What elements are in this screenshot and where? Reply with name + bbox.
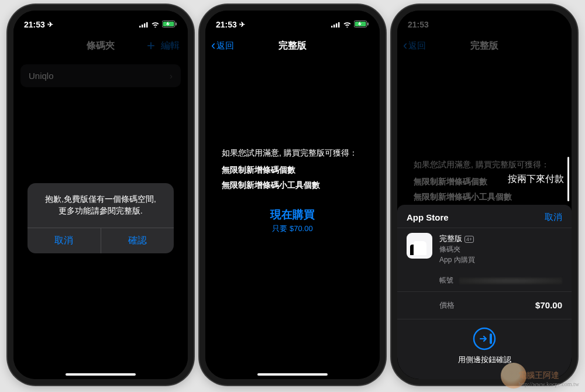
alert-ok-button[interactable]: 確認 xyxy=(101,228,174,253)
add-button[interactable]: + xyxy=(147,39,155,53)
nav-title: 條碼夾 xyxy=(87,40,115,52)
svg-rect-15 xyxy=(490,333,492,344)
back-button[interactable]: ‹ 返回 xyxy=(211,40,234,51)
sheet-title: App Store xyxy=(407,212,449,222)
sheet-cancel-button[interactable]: 取消 xyxy=(545,212,562,223)
phone-3: 21:53 ‹ 返回 完整版 按兩下來付款 如果您試用滿意, 購買完整版可獲得：… xyxy=(391,5,577,385)
svg-rect-6 xyxy=(176,23,177,26)
upgrade-info: 如果您試用滿意, 購買完整版可獲得： 無限制新增條碼個數 無限制新增條碼小工具個… xyxy=(205,145,380,193)
home-indicator[interactable] xyxy=(257,373,328,376)
svg-rect-2 xyxy=(144,23,146,27)
svg-rect-3 xyxy=(146,22,148,27)
side-button-indicator-icon xyxy=(567,157,569,201)
price-label: 價格 xyxy=(439,300,455,311)
svg-rect-9 xyxy=(336,23,338,27)
phone-1: 21:53 ✈︎ 條碼夾 + 編輯 Uniqlo xyxy=(8,5,194,385)
nav-title: 完整版 xyxy=(470,40,498,52)
chevron-left-icon: ‹ xyxy=(403,41,407,50)
location-icon: ✈︎ xyxy=(239,20,245,29)
signal-icon xyxy=(331,20,340,29)
chevron-left-icon: ‹ xyxy=(211,41,215,50)
buy-price: 只要 $70.00 xyxy=(205,223,380,234)
edit-button[interactable]: 編輯 xyxy=(161,40,180,52)
nav-bar: 條碼夾 + 編輯 xyxy=(13,34,188,57)
svg-rect-7 xyxy=(331,26,333,27)
nav-bar: ‹ 返回 完整版 xyxy=(397,34,572,57)
status-time: 21:53 xyxy=(24,20,45,29)
buy-now-button[interactable]: 現在購買 xyxy=(205,207,380,222)
notch xyxy=(252,11,333,26)
phone-2: 21:53 ✈︎ ‹ 返回 完整版 如果您試用滿意, 購買完整版可獲得： 無限制… xyxy=(199,5,386,385)
svg-rect-0 xyxy=(139,26,141,27)
battery-icon xyxy=(162,20,177,29)
svg-rect-8 xyxy=(333,25,335,27)
account-label: 帳號 xyxy=(439,276,453,286)
app-meta: 完整版4+ 條碼夾 App 內購買 xyxy=(439,233,475,266)
price-value: $70.00 xyxy=(535,300,562,311)
notch xyxy=(60,11,142,26)
wifi-icon xyxy=(151,20,160,29)
svg-rect-1 xyxy=(142,25,143,27)
signal-icon xyxy=(139,20,149,29)
watermark: 電腦王阿達 http://www.kocpc.com.tw xyxy=(518,370,579,387)
alert-dialog: 抱歉,免費版僅有一個條碼空間, 更多功能請參閱完整版. 取消 確認 xyxy=(27,183,174,254)
svg-rect-13 xyxy=(367,23,369,26)
nav-title: 完整版 xyxy=(278,40,307,52)
nav-bar: ‹ 返回 完整版 xyxy=(205,34,380,57)
location-icon: ✈︎ xyxy=(47,20,53,29)
svg-rect-10 xyxy=(338,22,340,27)
alert-cancel-button[interactable]: 取消 xyxy=(27,228,101,253)
back-button[interactable]: ‹ 返回 xyxy=(403,40,426,51)
side-button-hint: 按兩下來付款 xyxy=(508,157,569,201)
alert-backdrop: 抱歉,免費版僅有一個條碼空間, 更多功能請參閱完整版. 取消 確認 xyxy=(13,57,188,379)
age-badge: 4+ xyxy=(464,236,474,243)
home-indicator[interactable] xyxy=(66,373,136,376)
side-button-confirm-icon xyxy=(472,326,497,351)
status-time: 21:53 xyxy=(216,20,237,29)
app-icon xyxy=(407,233,432,259)
wifi-icon xyxy=(343,20,352,29)
account-value-redacted xyxy=(459,277,562,284)
purchase-sheet: App Store 取消 完整版4+ 條碼夾 App 內購買 帳號 價格 xyxy=(397,205,572,380)
alert-message: 抱歉,免費版僅有一個條碼空間, 更多功能請參閱完整版. xyxy=(27,183,174,228)
notch xyxy=(443,11,525,26)
battery-icon xyxy=(354,20,369,29)
confirm-text: 用側邊按鈕確認 xyxy=(397,355,572,365)
